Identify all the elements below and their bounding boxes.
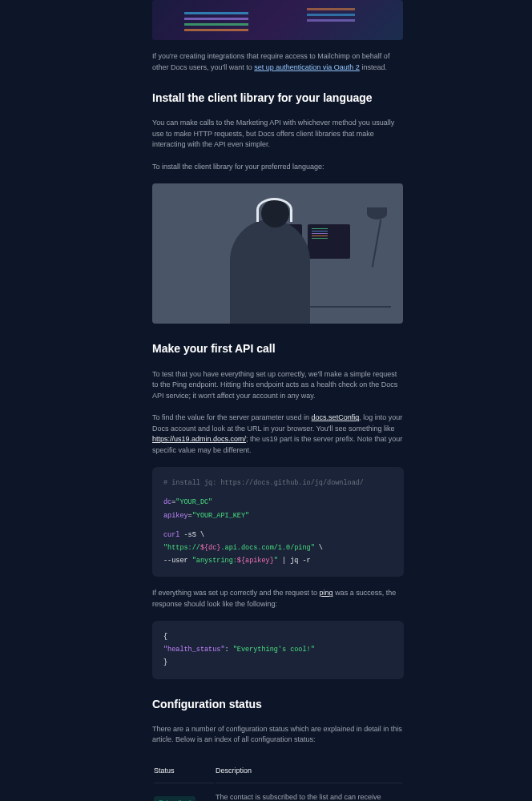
first-call-heading: Make your first API call	[152, 340, 404, 357]
install-heading: Install the client library for your lang…	[152, 89, 404, 107]
install-p1: You can make calls to the Marketing API …	[152, 118, 404, 151]
developer-image	[152, 183, 403, 324]
first-call-p1: To test that you have everything set up …	[152, 369, 404, 402]
status-description: The contact is subscribed to the list an…	[216, 785, 402, 801]
docs-setconfig-link[interactable]: docs.setConfig	[312, 413, 360, 421]
admin-url-link[interactable]: https://us19.admin.docs.com/	[152, 435, 246, 443]
ping-link[interactable]: ping	[320, 589, 333, 597]
config-heading: Configuration status	[152, 695, 404, 713]
hero-code-image	[152, 0, 403, 40]
result-paragraph: If everything was set up correctly and t…	[152, 588, 404, 610]
config-status-table: Status Description SubscribedThe contact…	[152, 757, 404, 801]
config-p1: There are a number of configuration stat…	[152, 724, 404, 746]
oauth-link[interactable]: set up authentication via Oauth 2	[254, 63, 360, 71]
th-status: Status	[154, 759, 214, 783]
table-row: SubscribedThe contact is subscribed to t…	[154, 785, 402, 801]
install-p2: To install the client library for your p…	[152, 162, 404, 173]
th-description: Description	[216, 759, 402, 783]
code-block-response: { "health_status": "Everything's cool!" …	[152, 621, 404, 678]
code-block-curl: # install jq: https://docs.github.io/jq/…	[152, 467, 404, 577]
first-call-p2: To find the value for the server paramet…	[152, 413, 404, 456]
intro-paragraph: If you're creating integrations that req…	[152, 51, 404, 73]
status-badge: Subscribed	[154, 796, 195, 801]
